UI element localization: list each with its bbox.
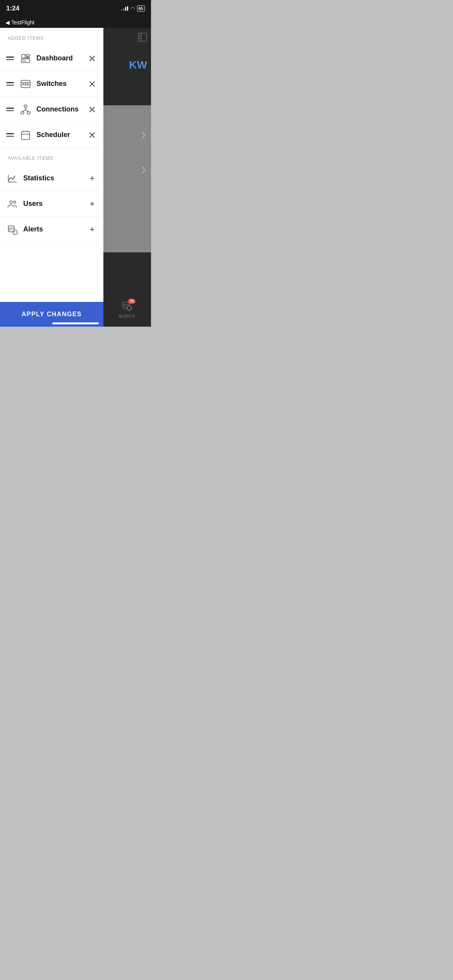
added-item-dashboard[interactable]: Dashboard [0,46,103,71]
scheduler-icon [19,129,32,141]
drag-handle-scheduler[interactable] [6,133,14,137]
switches-label: Switches [36,80,87,88]
svg-rect-22 [21,111,24,114]
available-item-statistics[interactable]: Statistics + [0,166,103,191]
svg-rect-10 [26,57,29,58]
signal-icon [121,6,128,11]
testflight-bar[interactable]: ◀ TestFlight [0,17,151,28]
svg-line-26 [26,110,29,112]
apply-changes-label: APPLY CHANGES [22,311,82,318]
svg-point-33 [10,200,12,203]
connections-label: Connections [36,105,87,113]
main-panel: ADDED ITEMS Dashboard [0,28,103,327]
chevron-right-icon-1: ❯ [141,130,146,139]
alerts-icon-wrap: 79 [122,300,132,313]
remove-dashboard-button[interactable] [87,53,97,63]
add-alerts-button[interactable]: + [87,224,97,235]
svg-rect-21 [24,105,27,107]
battery-indicator: 65 [137,5,145,12]
alerts-label: ALERTS [119,314,135,319]
dashboard-label: Dashboard [36,54,87,62]
connections-icon [19,103,32,116]
drag-handle-dashboard[interactable] [6,57,14,60]
added-item-switches[interactable]: Switches [0,71,103,97]
added-item-connections[interactable]: Connections [0,97,103,122]
alerts-menu-icon [6,223,19,236]
home-indicator [52,322,99,324]
alerts-bottom-nav[interactable]: 79 ALERTS [103,292,151,327]
svg-rect-9 [26,54,29,56]
remove-switches-button[interactable] [87,79,97,89]
svg-rect-27 [22,131,30,139]
svg-point-36 [13,230,17,235]
svg-rect-8 [22,54,25,58]
background-right-panel: KW ❯ ❯ [103,28,151,327]
alerts-badge: 79 [128,299,135,304]
status-time: 1:24 [6,5,19,12]
remove-connections-button[interactable] [87,105,97,115]
drag-handle-switches[interactable] [6,82,14,86]
svg-line-25 [22,110,26,112]
svg-point-5 [127,306,132,310]
switches-icon [19,78,32,90]
sidebar-icon [137,32,148,45]
alerts-menu-label: Alerts [23,225,87,233]
users-label: Users [23,200,87,208]
testflight-label: TestFlight [11,19,34,26]
add-statistics-button[interactable]: + [87,173,97,183]
users-icon [6,198,19,210]
added-item-scheduler[interactable]: Scheduler [0,122,103,148]
status-bar: 1:24 ◠ 65 [0,0,151,17]
wifi-icon: ◠ [130,6,135,12]
available-item-users[interactable]: Users + [0,191,103,217]
panel-content: ADDED ITEMS Dashboard [0,28,103,302]
svg-rect-23 [27,111,30,114]
status-icons: ◠ 65 [121,5,145,12]
svg-rect-0 [139,33,147,41]
remove-scheduler-button[interactable] [87,130,97,140]
statistics-icon [6,172,19,185]
added-items-header: ADDED ITEMS [0,36,103,46]
statistics-label: Statistics [23,174,87,182]
svg-point-34 [14,201,16,203]
chevron-right-icon-2: ❯ [141,165,146,174]
scheduler-label: Scheduler [36,131,87,139]
back-arrow-icon: ◀ [5,19,10,26]
add-users-button[interactable]: + [87,199,97,209]
dashboard-icon [19,52,32,65]
brand-logo: KW [129,59,147,71]
available-item-alerts[interactable]: Alerts + [0,217,103,242]
drag-handle-connections[interactable] [6,108,14,111]
available-items-header: AVAILABLE ITEMS [0,156,103,166]
bg-gray-area [103,105,151,252]
